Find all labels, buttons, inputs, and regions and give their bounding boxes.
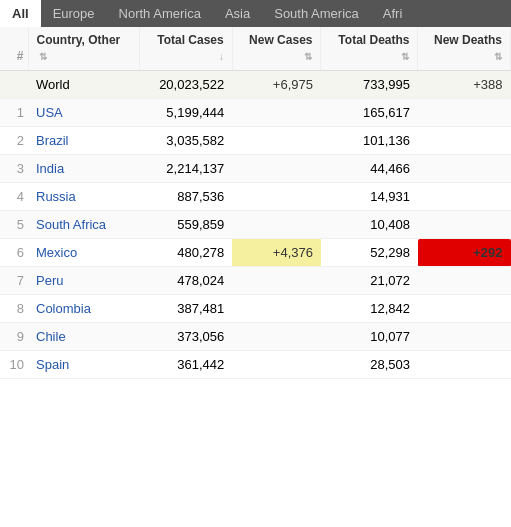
row-total-cases: 373,056	[139, 323, 232, 351]
row-total-deaths: 44,466	[321, 155, 418, 183]
row-total-deaths: 10,077	[321, 323, 418, 351]
row-total-deaths: 165,617	[321, 99, 418, 127]
row-country[interactable]: India	[28, 155, 139, 183]
data-table: # Country, Other ⇅ Total Cases ↓ New Cas…	[0, 27, 511, 379]
header-new-deaths[interactable]: New Deaths ⇅	[418, 27, 511, 71]
row-total-cases: 559,859	[139, 211, 232, 239]
table-row: 2Brazil3,035,582101,136	[0, 127, 511, 155]
row-country[interactable]: Russia	[28, 183, 139, 211]
table-row: 8Colombia387,48112,842	[0, 295, 511, 323]
tab-europe[interactable]: Europe	[41, 0, 107, 27]
row-new-cases	[232, 183, 321, 211]
row-num: 9	[0, 323, 28, 351]
sort-total-cases-icon: ↓	[219, 51, 224, 62]
row-new-deaths	[418, 211, 511, 239]
tab-north-america[interactable]: North America	[107, 0, 213, 27]
row-num: 10	[0, 351, 28, 379]
row-country[interactable]: South Africa	[28, 211, 139, 239]
row-country[interactable]: Brazil	[28, 127, 139, 155]
row-new-cases	[232, 295, 321, 323]
tab-all[interactable]: All	[0, 0, 41, 27]
row-new-cases: +4,376	[232, 239, 321, 267]
row-total-deaths: 52,298	[321, 239, 418, 267]
sort-new-deaths-icon: ⇅	[494, 51, 502, 62]
tab-south-america[interactable]: South America	[262, 0, 371, 27]
row-new-deaths	[418, 323, 511, 351]
header-country[interactable]: Country, Other ⇅	[28, 27, 139, 71]
row-total-cases: 478,024	[139, 267, 232, 295]
world-new-deaths: +388	[418, 71, 511, 99]
table-row: 4Russia887,53614,931	[0, 183, 511, 211]
sort-new-cases-icon: ⇅	[304, 51, 312, 62]
row-new-deaths: +292	[418, 239, 511, 267]
row-num: 4	[0, 183, 28, 211]
row-total-cases: 2,214,137	[139, 155, 232, 183]
row-new-cases	[232, 211, 321, 239]
world-total-cases: 20,023,522	[139, 71, 232, 99]
row-total-cases: 887,536	[139, 183, 232, 211]
row-total-cases: 3,035,582	[139, 127, 232, 155]
row-total-deaths: 28,503	[321, 351, 418, 379]
row-new-cases	[232, 351, 321, 379]
row-new-deaths	[418, 127, 511, 155]
row-total-deaths: 14,931	[321, 183, 418, 211]
row-total-cases: 361,442	[139, 351, 232, 379]
sort-country-icon: ⇅	[39, 51, 47, 62]
world-country: World	[28, 71, 139, 99]
row-total-cases: 387,481	[139, 295, 232, 323]
row-new-cases	[232, 155, 321, 183]
table-row: 10Spain361,44228,503	[0, 351, 511, 379]
header-total-deaths[interactable]: Total Deaths ⇅	[321, 27, 418, 71]
tab-asia[interactable]: Asia	[213, 0, 262, 27]
table-row: 1USA5,199,444165,617	[0, 99, 511, 127]
table-row: 9Chile373,05610,077	[0, 323, 511, 351]
row-country[interactable]: Chile	[28, 323, 139, 351]
row-country[interactable]: Mexico	[28, 239, 139, 267]
row-num: 1	[0, 99, 28, 127]
row-num: 8	[0, 295, 28, 323]
row-new-cases	[232, 127, 321, 155]
row-num: 3	[0, 155, 28, 183]
row-new-deaths	[418, 351, 511, 379]
sort-total-deaths-icon: ⇅	[401, 51, 409, 62]
row-total-cases: 5,199,444	[139, 99, 232, 127]
row-country[interactable]: Colombia	[28, 295, 139, 323]
header-total-cases[interactable]: Total Cases ↓	[139, 27, 232, 71]
table-row: 6Mexico480,278+4,37652,298+292	[0, 239, 511, 267]
row-country[interactable]: USA	[28, 99, 139, 127]
row-num: 5	[0, 211, 28, 239]
table-row: 7Peru478,02421,072	[0, 267, 511, 295]
world-total-deaths: 733,995	[321, 71, 418, 99]
world-new-cases: +6,975	[232, 71, 321, 99]
row-total-deaths: 12,842	[321, 295, 418, 323]
header-num[interactable]: #	[0, 27, 28, 71]
row-total-deaths: 101,136	[321, 127, 418, 155]
row-new-cases	[232, 267, 321, 295]
row-num: 7	[0, 267, 28, 295]
row-new-deaths	[418, 295, 511, 323]
row-country[interactable]: Spain	[28, 351, 139, 379]
row-total-cases: 480,278	[139, 239, 232, 267]
world-row: World 20,023,522 +6,975 733,995 +388	[0, 71, 511, 99]
row-num: 2	[0, 127, 28, 155]
row-new-deaths	[418, 183, 511, 211]
row-new-cases	[232, 323, 321, 351]
table-row: 5South Africa559,85910,408	[0, 211, 511, 239]
row-new-deaths	[418, 155, 511, 183]
row-new-cases	[232, 99, 321, 127]
tab-africa[interactable]: Afri	[371, 0, 415, 27]
row-num: 6	[0, 239, 28, 267]
row-total-deaths: 10,408	[321, 211, 418, 239]
row-new-deaths	[418, 267, 511, 295]
tab-bar: All Europe North America Asia South Amer…	[0, 0, 511, 27]
row-new-deaths	[418, 99, 511, 127]
world-num	[0, 71, 28, 99]
table-row: 3India2,214,13744,466	[0, 155, 511, 183]
row-total-deaths: 21,072	[321, 267, 418, 295]
row-country[interactable]: Peru	[28, 267, 139, 295]
header-new-cases[interactable]: New Cases ⇅	[232, 27, 321, 71]
